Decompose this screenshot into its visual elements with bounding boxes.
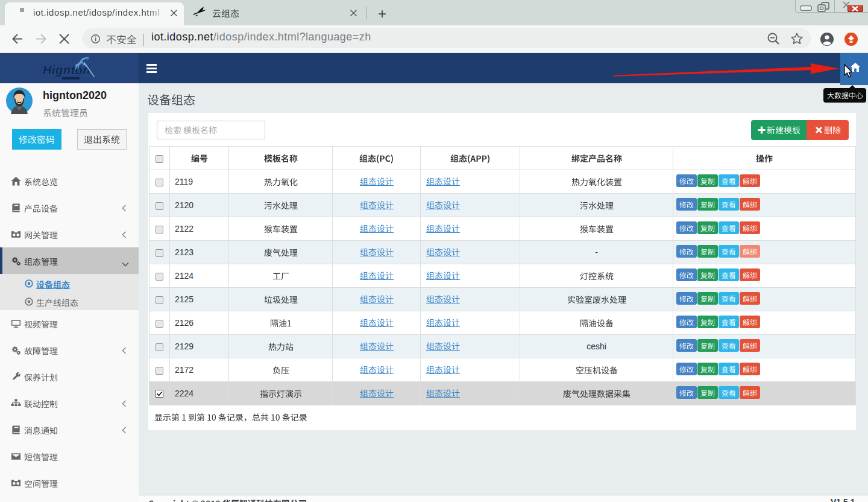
svg-text:Hignton: Hignton (43, 63, 90, 77)
